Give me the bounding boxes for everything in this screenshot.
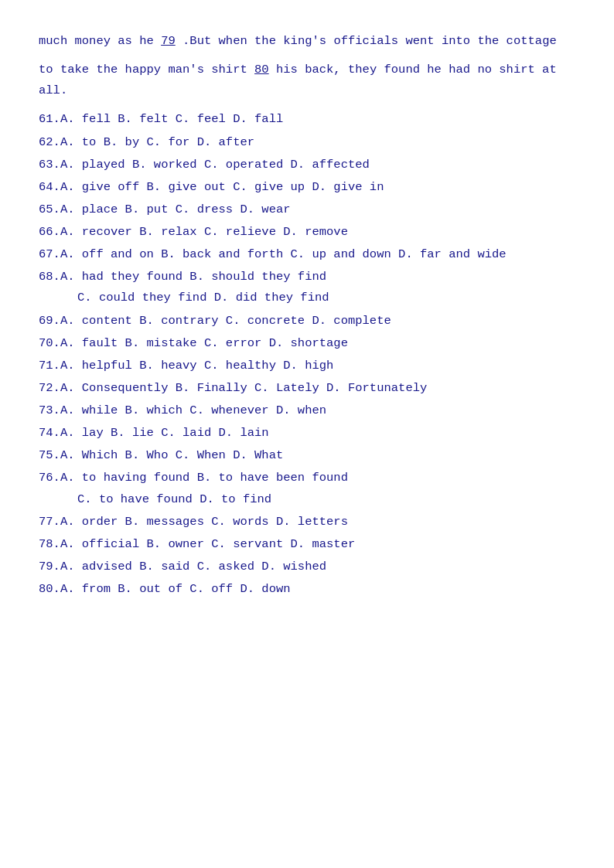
question-line-74: 74.A. lay B. lie C. laid D. lain [39, 423, 575, 444]
question-79: 79.A. advised B. said C. asked D. wished [39, 557, 575, 577]
question-line-64: 64.A. give off B. give out C. give up D.… [39, 177, 575, 198]
question-line-63: 63.A. played B. worked C. operated D. af… [39, 155, 575, 175]
question-71: 71.A. helpful B. heavy C. healthy D. hig… [39, 356, 575, 376]
question-line-80: 80.A. from B. out of C. off D. down [39, 579, 575, 600]
question-main-line-68: 68.A. had they found B. should they find [39, 267, 575, 288]
question-74: 74.A. lay B. lie C. laid D. lain [39, 423, 575, 444]
question-67: 67.A. off and on B. back and forth C. up… [39, 244, 575, 265]
question-line-75: 75.A. Which B. Who C. When D. What [39, 445, 575, 466]
question-76: 76.A. to having found B. to have been fo… [39, 468, 575, 509]
question-61: 61.A. fell B. felt C. feel D. fall [39, 109, 575, 130]
question-line-71: 71.A. helpful B. heavy C. healthy D. hig… [39, 356, 575, 376]
passage-block: much money as he 79 .But when the king's… [39, 31, 575, 101]
question-line-61: 61.A. fell B. felt C. feel D. fall [39, 109, 575, 130]
question-line-73: 73.A. while B. which C. whenever D. when [39, 400, 575, 421]
question-main-line-76: 76.A. to having found B. to have been fo… [39, 468, 575, 488]
question-73: 73.A. while B. which C. whenever D. when [39, 400, 575, 421]
question-68: 68.A. had they found B. should they find… [39, 267, 575, 308]
passage-line-2: to take the happy man's shirt 80 his bac… [39, 60, 575, 101]
blank-80: 80 [254, 63, 269, 77]
question-line-79: 79.A. advised B. said C. asked D. wished [39, 557, 575, 577]
question-65: 65.A. place B. put C. dress D. wear [39, 199, 575, 220]
question-66: 66.A. recover B. relax C. relieve D. rem… [39, 222, 575, 243]
question-line-65: 65.A. place B. put C. dress D. wear [39, 199, 575, 220]
question-line-66: 66.A. recover B. relax C. relieve D. rem… [39, 222, 575, 243]
question-77: 77.A. order B. messages C. words D. lett… [39, 512, 575, 533]
question-line-69: 69.A. content B. contrary C. concrete D.… [39, 311, 575, 332]
question-62: 62.A. to B. by C. for D. after [39, 132, 575, 153]
question-78: 78.A. official B. owner C. servant D. ma… [39, 534, 575, 555]
question-72: 72.A. Consequently B. Finally C. Lately … [39, 378, 575, 399]
question-69: 69.A. content B. contrary C. concrete D.… [39, 311, 575, 332]
question-line-77: 77.A. order B. messages C. words D. lett… [39, 512, 575, 533]
question-63: 63.A. played B. worked C. operated D. af… [39, 155, 575, 175]
passage-line-1: much money as he 79 .But when the king's… [39, 31, 575, 52]
question-line-62: 62.A. to B. by C. for D. after [39, 132, 575, 153]
question-line-72: 72.A. Consequently B. Finally C. Lately … [39, 378, 575, 399]
question-line-78: 78.A. official B. owner C. servant D. ma… [39, 534, 575, 555]
question-64: 64.A. give off B. give out C. give up D.… [39, 177, 575, 198]
question-70: 70.A. fault B. mistake C. error D. short… [39, 333, 575, 354]
question-cont-line-68: C. could they find D. did they find [39, 288, 575, 308]
question-line-67: 67.A. off and on B. back and forth C. up… [39, 244, 575, 265]
blank-79: 79 [161, 34, 176, 48]
question-80: 80.A. from B. out of C. off D. down [39, 579, 575, 600]
questions-container: 61.A. fell B. felt C. feel D. fall62.A. … [39, 109, 575, 600]
question-75: 75.A. Which B. Who C. When D. What [39, 445, 575, 466]
question-line-70: 70.A. fault B. mistake C. error D. short… [39, 333, 575, 354]
question-cont-line-76: C. to have found D. to find [39, 489, 575, 510]
